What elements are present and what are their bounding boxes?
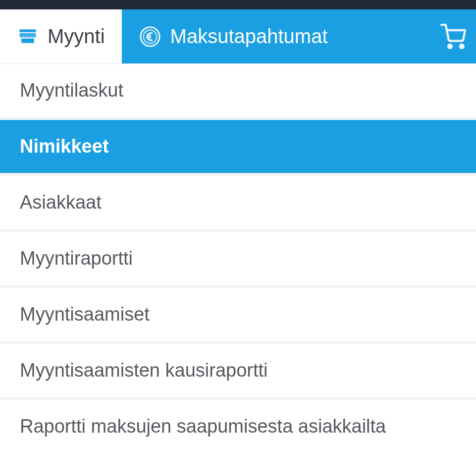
menu-item-label: Myyntiraportti xyxy=(20,248,133,269)
tab-sales-label: Myynti xyxy=(48,25,105,48)
euro-coin-icon xyxy=(139,25,161,48)
svg-rect-0 xyxy=(20,29,36,32)
menu-item-sales-report[interactable]: Myyntiraportti xyxy=(0,232,476,288)
menu-item-label: Myyntisaamisten kausiraportti xyxy=(20,360,268,381)
menu-item-customers[interactable]: Asiakkaat xyxy=(0,176,476,232)
window-top-border xyxy=(0,0,476,9)
menu-item-label: Asiakkaat xyxy=(20,192,102,213)
svg-point-3 xyxy=(143,30,157,43)
tab-sales[interactable]: Myynti xyxy=(0,9,122,63)
menu-item-label: Myyntilaskut xyxy=(20,80,123,101)
svg-rect-1 xyxy=(21,38,34,43)
tab-cart[interactable] xyxy=(423,9,476,63)
sales-submenu: Myyntilaskut Nimikkeet Asiakkaat Myyntir… xyxy=(0,64,476,450)
storefront-icon xyxy=(17,26,39,48)
tab-transactions[interactable]: Maksutapahtumat xyxy=(122,9,345,63)
menu-item-items[interactable]: Nimikkeet xyxy=(0,120,476,176)
menu-item-label: Nimikkeet xyxy=(20,136,109,157)
menu-item-label: Myyntisaamiset xyxy=(20,304,150,325)
svg-point-6 xyxy=(448,45,452,48)
menu-item-label: Raportti maksujen saapumisesta asiakkail… xyxy=(20,416,386,437)
menu-item-receivables[interactable]: Myyntisaamiset xyxy=(0,288,476,344)
svg-point-7 xyxy=(460,45,464,48)
main-tabs: Myynti Maksutapahtumat xyxy=(0,9,476,64)
menu-item-sales-invoices[interactable]: Myyntilaskut xyxy=(0,64,476,120)
cart-icon xyxy=(440,24,466,50)
tab-transactions-label: Maksutapahtumat xyxy=(170,25,328,48)
menu-item-receivables-period-report[interactable]: Myyntisaamisten kausiraportti xyxy=(0,344,476,400)
menu-item-customer-payments-report[interactable]: Raportti maksujen saapumisesta asiakkail… xyxy=(0,400,476,450)
